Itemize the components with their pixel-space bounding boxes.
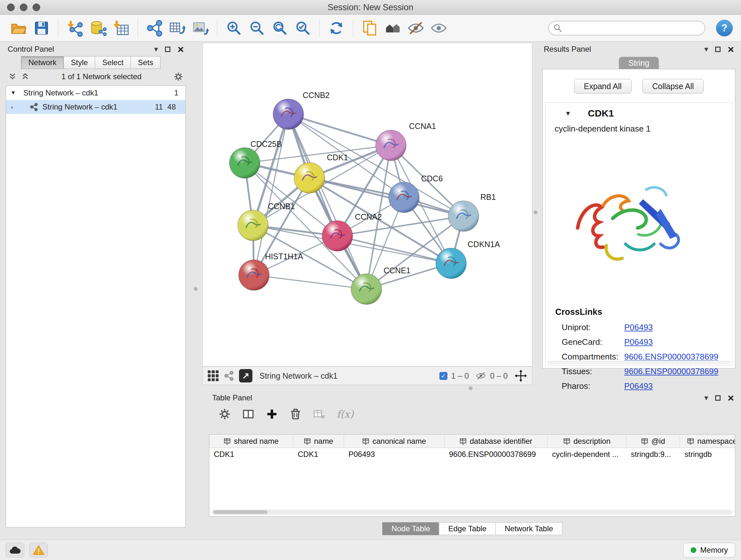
import-table-button[interactable]: [111, 18, 131, 38]
zoom-fit-button[interactable]: [270, 18, 290, 38]
network-from-table-button[interactable]: [167, 18, 188, 38]
column-icon: [687, 438, 694, 445]
right-splitter-handle[interactable]: [534, 210, 537, 214]
network-node-cdkn1a[interactable]: [436, 248, 467, 279]
column-header[interactable]: database identifier: [445, 435, 548, 448]
import-network-from-file-button[interactable]: [65, 18, 85, 38]
add-column-icon[interactable]: [266, 408, 278, 420]
collapse-all-icon[interactable]: [8, 72, 17, 81]
network-canvas[interactable]: CCNB2CCNA1CDC25BCDK1CDC6RB1CCNB1CCNA2CDK…: [202, 43, 532, 367]
hide-graphics-details-button[interactable]: [406, 18, 426, 38]
cell-name: CDK1: [293, 448, 344, 461]
left-splitter-handle[interactable]: [194, 287, 198, 291]
panel-close-icon[interactable]: ×: [728, 44, 734, 55]
network-node-rb1[interactable]: [448, 201, 479, 232]
column-icon: [563, 438, 570, 445]
export-image-button[interactable]: [190, 18, 211, 38]
crosslink-link[interactable]: 9606.ENSP00000378699: [624, 367, 718, 376]
zoom-selected-button[interactable]: [293, 18, 313, 38]
table-horizontal-scrollbar[interactable]: [212, 509, 732, 515]
node-label: CDC6: [421, 174, 443, 183]
panel-float-icon[interactable]: [715, 395, 721, 401]
crosslink-label: GeneCard:: [562, 337, 624, 347]
help-button[interactable]: ?: [716, 20, 733, 37]
gene-disclosure-icon[interactable]: ▼: [565, 110, 573, 117]
network-node-hist1h1a[interactable]: [239, 260, 269, 291]
open-session-button[interactable]: [8, 18, 29, 38]
column-header[interactable]: @id: [626, 435, 680, 448]
zoom-out-button[interactable]: [247, 18, 267, 38]
network-edge-count: 48: [167, 103, 176, 111]
expand-all-button[interactable]: Expand All: [574, 79, 631, 94]
tab-network-table[interactable]: Network Table: [495, 522, 562, 535]
tab-sets[interactable]: Sets: [131, 56, 160, 69]
results-horizontal-scrollbar[interactable]: [547, 361, 731, 364]
cell-id: stringdb:9...: [626, 448, 680, 461]
show-graphics-details-button[interactable]: [428, 18, 449, 38]
string-results-tab[interactable]: String: [619, 57, 659, 69]
panel-float-icon[interactable]: [165, 47, 171, 52]
network-graph[interactable]: CCNB2CCNA1CDC25BCDK1CDC6RB1CCNB1CCNA2CDK…: [203, 43, 532, 366]
image-export-icon: [192, 19, 209, 37]
network-node-cdk1[interactable]: [294, 163, 325, 193]
network-node-cdc25b[interactable]: [229, 147, 260, 178]
column-icon: [641, 438, 648, 445]
network-node-cdc6[interactable]: [389, 182, 419, 212]
save-session-button[interactable]: [31, 18, 52, 38]
network-node-ccnb1[interactable]: [238, 210, 268, 241]
panel-float-icon[interactable]: [715, 47, 721, 52]
gear-icon[interactable]: [174, 72, 183, 81]
panel-collapse-icon[interactable]: ▾: [704, 394, 708, 401]
delete-column-icon[interactable]: [289, 408, 301, 420]
column-header[interactable]: namespace: [680, 435, 735, 448]
crosslink-link[interactable]: P06493: [624, 322, 653, 332]
bottom-splitter-handle[interactable]: [469, 386, 473, 390]
memory-button[interactable]: Memory: [683, 543, 735, 557]
column-header[interactable]: name: [293, 435, 344, 448]
disclosure-open-icon[interactable]: ▼: [10, 90, 19, 96]
expand-all-icon[interactable]: [21, 72, 29, 81]
show-columns-icon[interactable]: [242, 408, 254, 420]
scrollbar-thumb[interactable]: [213, 510, 267, 514]
detach-view-button[interactable]: ↗: [239, 369, 253, 382]
zoom-in-button[interactable]: [224, 18, 244, 38]
birdseye-view-button[interactable]: [383, 18, 403, 38]
cloud-status-button[interactable]: [6, 543, 24, 557]
tab-edge-table[interactable]: Edge Table: [439, 522, 496, 535]
search-input[interactable]: [548, 21, 705, 36]
panel-collapse-icon[interactable]: ▾: [704, 45, 708, 53]
tab-style[interactable]: Style: [64, 56, 95, 69]
network-node-ccnb2[interactable]: [273, 99, 304, 130]
crosslink-link[interactable]: P06493: [624, 381, 653, 391]
open-panels-button[interactable]: [360, 18, 380, 38]
column-header[interactable]: shared name: [209, 435, 293, 448]
gene-section: ▼ CDK1 cyclin-dependent kinase 1: [545, 103, 732, 366]
import-network-from-database-button[interactable]: [88, 18, 108, 38]
panel-collapse-icon[interactable]: ▾: [154, 45, 158, 53]
gear-icon[interactable]: [219, 408, 231, 420]
network-row[interactable]: ● String Network – cdk1 11 48: [6, 100, 185, 114]
network-node-ccne1[interactable]: [351, 274, 382, 305]
tab-select[interactable]: Select: [95, 56, 131, 69]
selected-checkbox-icon[interactable]: ✓: [440, 372, 448, 380]
tab-network[interactable]: Network: [21, 56, 64, 69]
panel-close-icon[interactable]: ×: [178, 44, 184, 55]
network-view-icon[interactable]: [224, 371, 234, 381]
network-node-ccna1[interactable]: [376, 130, 406, 161]
panel-close-icon[interactable]: ×: [728, 392, 734, 403]
new-network-button[interactable]: [144, 18, 165, 38]
documents-icon: [361, 19, 379, 37]
network-collection-row[interactable]: ▼ String Network – cdk1 1: [6, 86, 185, 100]
network-node-ccna2[interactable]: [322, 221, 353, 251]
collapse-all-button[interactable]: Collapse All: [643, 79, 704, 94]
collection-label: String Network – cdk1: [23, 88, 170, 98]
grid-view-icon[interactable]: [208, 370, 219, 381]
refresh-button[interactable]: [326, 18, 347, 38]
table-row[interactable]: CDK1 CDK1 P06493 9606.ENSP00000378699 cy…: [209, 448, 735, 461]
warnings-button[interactable]: [29, 543, 48, 557]
tab-node-table[interactable]: Node Table: [382, 522, 440, 535]
crosslink-link[interactable]: P06493: [624, 337, 653, 347]
pan-crosshair-icon[interactable]: [515, 370, 527, 382]
column-header[interactable]: canonical name: [344, 435, 445, 448]
column-header[interactable]: description: [548, 435, 626, 448]
